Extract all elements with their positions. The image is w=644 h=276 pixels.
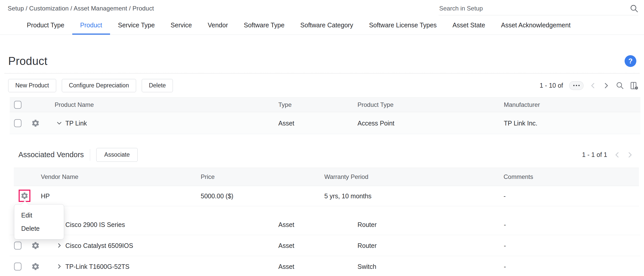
tab-software-type[interactable]: Software Type [236, 16, 292, 34]
vendor-name[interactable]: HP [41, 192, 50, 200]
row-checkbox[interactable] [14, 119, 21, 127]
col-price: Price [201, 173, 215, 180]
list-search-icon[interactable] [616, 81, 624, 90]
vendor-price: 5000.00 ($) [201, 192, 233, 200]
col-comments: Comments [504, 173, 533, 180]
vendors-pagination-range: 1 - 1 of 1 [582, 151, 607, 158]
associate-button[interactable]: Associate [96, 148, 138, 162]
col-type: Type [278, 101, 292, 108]
associated-vendors-section: Associated Vendors Associate 1 - 1 of 1 … [0, 134, 644, 206]
vendor-comments: - [504, 192, 506, 200]
row-checkbox[interactable] [14, 262, 21, 270]
row-checkbox[interactable] [14, 241, 21, 249]
product-table: Product Name Type Product Type Manufactu… [10, 97, 640, 134]
product-name-link[interactable]: TP Link [65, 119, 87, 127]
product-name-link[interactable]: TP-Link T1600G-52TS [65, 263, 129, 270]
chevron-right-icon[interactable] [56, 263, 63, 270]
tab-asset-state[interactable]: Asset State [445, 16, 493, 34]
table-row: Cisco Catalyst 6509IOS Asset Router - [10, 235, 640, 256]
cell-type: Asset [278, 119, 294, 127]
configure-depreciation-button[interactable]: Configure Depreciation [62, 79, 136, 92]
cell-product-type: Switch [357, 263, 376, 270]
row-gear-icon[interactable] [31, 119, 40, 128]
table-row: TP-Link T1600G-52TS Asset Switch - [10, 256, 640, 276]
col-manufacturer: Manufacturer [504, 101, 540, 108]
list-toolbar: New Product Configure Depreciation Delet… [0, 74, 644, 97]
cell-type: Asset [278, 242, 294, 249]
list-pagination: 1 - 10 of [540, 81, 638, 90]
chevron-right-icon[interactable] [56, 242, 63, 249]
page-title: Product [8, 55, 47, 67]
table-row: Cisco 2900 IS Series Asset Router - [10, 214, 640, 235]
cell-type: Asset [278, 263, 294, 270]
next-page-icon[interactable] [602, 82, 610, 89]
vendor-gear-icon[interactable] [20, 192, 29, 200]
menu-item-edit[interactable]: Edit [14, 209, 64, 222]
associated-vendors-title: Associated Vendors [18, 151, 84, 159]
tab-product[interactable]: Product [72, 16, 110, 34]
product-name-link[interactable]: Cisco 2900 IS Series [65, 221, 125, 228]
topbar: Setup / Customization / Asset Management… [0, 0, 644, 16]
table-row-tp-link: TP Link Asset Access Point TP Link Inc. [10, 112, 640, 134]
pagination-range: 1 - 10 of [540, 82, 563, 89]
product-name-link[interactable]: Cisco Catalyst 6509IOS [65, 242, 133, 249]
vendors-pagination: 1 - 1 of 1 [582, 151, 634, 159]
cell-manufacturer: - [504, 221, 506, 228]
vendors-table: Vendor Name Price Warranty Period Commen… [14, 168, 639, 206]
tab-vendor[interactable]: Vendor [200, 16, 236, 34]
col-vendor-name: Vendor Name [41, 173, 78, 180]
cell-product-type: Router [357, 221, 377, 228]
gear-context-menu: Edit Delete [14, 204, 64, 239]
prev-page-icon[interactable] [613, 151, 621, 159]
cell-manufacturer: TP Link Inc. [504, 119, 538, 127]
row-gear-icon[interactable] [31, 241, 40, 250]
col-product-type: Product Type [357, 101, 393, 108]
divider [90, 149, 90, 161]
tab-asset-acknowledgement[interactable]: Asset Acknowledgement [493, 16, 578, 34]
breadcrumb[interactable]: Setup / Customization / Asset Management… [8, 5, 154, 12]
vendors-table-header: Vendor Name Price Warranty Period Commen… [14, 168, 639, 186]
tab-software-license-types[interactable]: Software License Types [361, 16, 445, 34]
tab-product-type[interactable]: Product Type [19, 16, 72, 34]
tab-software-category[interactable]: Software Category [292, 16, 361, 34]
vendor-warranty: 5 yrs, 10 months [324, 192, 372, 200]
title-row: Product ? [0, 35, 644, 73]
menu-item-delete[interactable]: Delete [14, 222, 64, 235]
vendor-row-hp: HP 5000.00 ($) 5 yrs, 10 months - [14, 186, 639, 206]
highlight-box [19, 190, 30, 202]
delete-button[interactable]: Delete [142, 79, 173, 92]
tab-service-type[interactable]: Service Type [110, 16, 163, 34]
setup-tabs: Product Type Product Service Type Servic… [0, 16, 644, 35]
col-product-name: Product Name [55, 101, 94, 108]
search-input[interactable] [439, 5, 630, 12]
search-icon[interactable] [630, 4, 638, 13]
cell-manufacturer: - [504, 263, 506, 270]
col-warranty-period: Warranty Period [324, 173, 368, 180]
column-settings-icon[interactable] [630, 81, 638, 90]
more-pages-icon[interactable] [569, 81, 583, 90]
help-icon[interactable]: ? [625, 55, 636, 67]
cell-product-type: Router [357, 242, 377, 249]
cell-product-type: Access Point [357, 119, 395, 127]
prev-page-icon[interactable] [589, 82, 597, 89]
select-all-checkbox[interactable] [14, 101, 21, 109]
chevron-down-icon[interactable] [56, 120, 63, 127]
new-product-button[interactable]: New Product [8, 79, 56, 92]
next-page-icon[interactable] [626, 151, 634, 159]
product-table-continued: Cisco 2900 IS Series Asset Router - Cisc… [10, 206, 640, 276]
product-table-header: Product Name Type Product Type Manufactu… [10, 97, 640, 112]
tab-service[interactable]: Service [163, 16, 200, 34]
row-gear-icon[interactable] [31, 262, 40, 271]
cell-manufacturer: - [504, 242, 506, 249]
setup-search-box [439, 2, 638, 15]
cell-type: Asset [278, 221, 294, 228]
setup-product-page: Setup / Customization / Asset Management… [0, 0, 644, 276]
